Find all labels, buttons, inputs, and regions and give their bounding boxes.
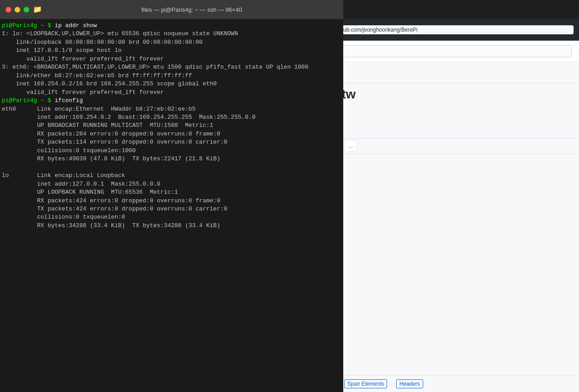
terminal-line-6: link/ether b8:27:eb:02:ee:b5 brd ff:ff:f…: [2, 72, 341, 80]
terminal-line-2: link/loopback 00:00:00:00:00:00 brd 00:0…: [2, 38, 341, 47]
terminal-line-prompt2: pi@Paris4g ~ $ ifconfig: [2, 97, 341, 105]
terminal-line-5: 3: eth0: <BROADCAST,MULTICAST,UP,LOWER_U…: [2, 63, 341, 71]
terminal-line-if2: inet addr:169.254.0.2 Bcast:169.254.255.…: [2, 113, 341, 121]
terminal-line-3: inet 127.0.0.1/8 scope host lo: [2, 47, 341, 55]
terminal-line-blank: [2, 163, 341, 172]
minimize-button[interactable]: [14, 7, 20, 13]
terminal-line-lo1: lo Link encap:Local Loopback: [2, 172, 341, 180]
terminal-window: 📁 files — pi@Paris4g: ~ — ssh — 96×40 pi…: [0, 0, 343, 392]
close-button[interactable]: [5, 7, 11, 13]
terminal-line-4: valid_lft forever preferred_lft forever: [2, 55, 341, 63]
folder-icon: 📁: [33, 5, 42, 14]
terminal-line-lo6: collisions:0 txqueuelen:0: [2, 213, 341, 221]
traffic-lights: [5, 7, 29, 13]
headers-link[interactable]: Headers: [396, 379, 423, 388]
terminal-line-lo7: RX bytes:34288 (33.4 KiB) TX bytes:34288…: [2, 222, 341, 230]
span-elements-link[interactable]: Span Elements: [344, 379, 387, 388]
terminal-titlebar: 📁 files — pi@Paris4g: ~ — ssh — 96×40: [0, 0, 343, 19]
terminal-line-lo2: inet addr:127.0.0.1 Mask:255.0.0.0: [2, 180, 341, 188]
terminal-line-lo4: RX packets:424 errors:0 dropped:0 overru…: [2, 197, 341, 205]
more-button[interactable]: ...: [344, 140, 357, 152]
terminal-line-7: inet 169.254.0.2/16 brd 169.254.255.255 …: [2, 80, 341, 88]
terminal-line-if3: UP BROADCAST RUNNING MULTICAST MTU:1500 …: [2, 121, 341, 130]
terminal-line-if4: RX packets:284 errors:0 dropped:0 overru…: [2, 130, 341, 138]
terminal-line-1: 1: lo: <LOOPBACK,UP,LOWER_UP> mtu 65536 …: [2, 30, 341, 38]
terminal-body[interactable]: pi@Paris4g ~ $ ip addr show 1: lo: <LOOP…: [0, 19, 343, 392]
terminal-line-if1: eth0 Link encap:Ethernet HWaddr b8:27:eb…: [2, 105, 341, 113]
terminal-line-prompt1: pi@Paris4g ~ $ ip addr show: [2, 22, 341, 30]
terminal-line-if7: RX bytes:49039 (47.8 KiB) TX bytes:22417…: [2, 155, 341, 163]
terminal-line-if5: TX packets:114 errors:0 dropped:0 overru…: [2, 138, 341, 146]
terminal-line-lo3: UP LOOPBACK RUNNING MTU:65536 Metric:1: [2, 188, 341, 196]
terminal-line-lo5: TX packets:424 errors:0 dropped:0 overru…: [2, 205, 341, 213]
terminal-title: files — pi@Paris4g: ~ — ssh — 96×40: [46, 6, 338, 13]
maximize-button[interactable]: [23, 7, 29, 13]
terminal-line-8: valid_lft forever preferred_lft forever: [2, 89, 341, 97]
terminal-line-if6: collisions:0 txqueuelen:1000: [2, 147, 341, 155]
